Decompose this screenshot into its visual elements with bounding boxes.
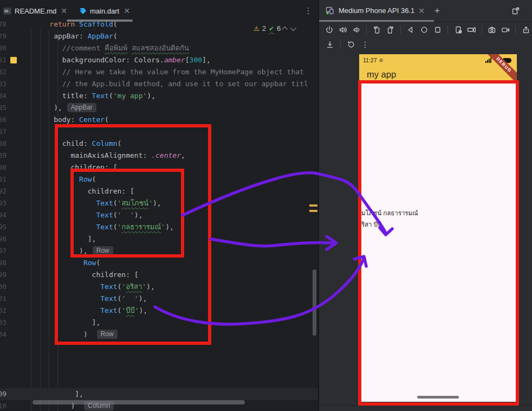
screenshot-button[interactable] (486, 24, 498, 36)
rotate-right-button[interactable] (384, 24, 397, 36)
line-number[interactable]: 98 (0, 257, 7, 269)
dart-file-icon (79, 7, 87, 15)
home-button[interactable] (418, 24, 431, 36)
volume-up-button[interactable] (337, 24, 349, 36)
line-number[interactable]: 82 (0, 66, 7, 78)
line-number[interactable]: 103 (0, 317, 7, 329)
line-number[interactable]: 79 (0, 30, 7, 42)
overview-button[interactable] (431, 24, 444, 36)
line-number[interactable]: 95 (0, 221, 7, 233)
code-token: Text (92, 92, 109, 100)
line-number[interactable]: 101 (0, 293, 7, 305)
volume-down-button[interactable] (351, 24, 363, 36)
ide-window: 78 return Scaffold(79 appBar: AppBar(80 … (0, 0, 532, 411)
line-number[interactable]: 88 (0, 138, 7, 150)
line-number[interactable]: 110 (0, 400, 7, 411)
code-line[interactable]: 80 //comment คือพิมพ์ สแลชสองอันติดกัน (0, 42, 318, 54)
code-token: backgroundColor: Colors. (62, 56, 164, 64)
vertical-scrollbar[interactable] (313, 269, 316, 336)
line-number[interactable]: 99 (0, 269, 7, 281)
line-number[interactable]: 109 (0, 388, 7, 400)
add-device-tab-icon[interactable]: + (429, 5, 445, 16)
warning-count: 2 (262, 24, 266, 33)
code-line[interactable]: 85 ),AppBar (0, 102, 318, 114)
line-number[interactable]: 96 (0, 233, 7, 245)
device-settings-button[interactable] (452, 24, 464, 36)
code-token: สแลชสองอันติดกัน (132, 44, 189, 52)
open-in-window-icon[interactable] (511, 7, 520, 15)
code-token: body: (54, 115, 79, 124)
ok-count: 6 (277, 24, 281, 33)
back-icon (406, 25, 415, 34)
close-icon[interactable]: ✕ (124, 7, 130, 15)
power-button[interactable] (323, 24, 336, 36)
tab-options-kebab-icon[interactable]: ⋮ (302, 4, 314, 17)
code-token (127, 44, 132, 52)
code-token: 'my app' (113, 92, 147, 100)
annotation-rect-emulator-body (358, 80, 519, 406)
color-preview-swatch[interactable] (10, 57, 17, 63)
line-number[interactable]: 100 (0, 281, 7, 293)
inspections-widget[interactable]: ⚠ 2 ✔ 6 (254, 24, 295, 33)
share-button[interactable] (520, 24, 532, 36)
line-number[interactable]: 97 (0, 245, 7, 257)
line-number[interactable]: 83 (0, 78, 7, 90)
line-number[interactable]: 86 (0, 114, 7, 126)
back-button[interactable] (405, 24, 417, 36)
warning-icon: ⚠ (254, 25, 259, 33)
code-token: ), (147, 92, 155, 100)
active-device-tab-underline (319, 20, 434, 22)
close-icon[interactable]: ✕ (418, 7, 425, 15)
markdown-file-icon: M↓ (3, 8, 11, 15)
line-number[interactable]: 91 (0, 174, 7, 185)
screen-record-button[interactable] (499, 24, 511, 36)
file-download-button[interactable] (323, 38, 336, 50)
line-number[interactable]: 89 (0, 150, 7, 162)
line-number[interactable]: 92 (0, 185, 7, 197)
screen-record-icon (501, 25, 510, 34)
line-number[interactable]: 94 (0, 209, 7, 221)
snapshot-restore-icon (347, 40, 355, 49)
code-line[interactable]: 82 // Here we take the value from the My… (0, 66, 318, 78)
line-number[interactable]: 90 (0, 162, 7, 174)
line-number[interactable]: 85 (0, 102, 7, 114)
horizontal-scrollbar[interactable] (33, 400, 245, 404)
volume-down-icon (352, 25, 361, 34)
line-number[interactable]: 78 (0, 22, 7, 30)
code-token: ( (113, 32, 118, 40)
code-line[interactable]: 81 backgroundColor: Colors.amber[300], (0, 54, 318, 66)
line-number[interactable]: 102 (0, 305, 7, 317)
snapshot-restore-button[interactable] (345, 38, 358, 50)
rotate-left-button[interactable] (371, 24, 383, 36)
code-line[interactable]: 84 title: Text('my app'), (0, 90, 318, 102)
toolbar-divider (447, 25, 448, 34)
code-token: Center (79, 115, 105, 124)
file-download-icon (326, 40, 334, 49)
toolbar-divider (366, 25, 367, 34)
editor-tab-bar: M↓ README.md ✕ main.dart ✕ ⋮ (0, 0, 318, 22)
tab-main-dart[interactable]: main.dart ✕ (76, 0, 135, 22)
device-tab[interactable]: Medium Phone API 36.1 ✕ (319, 0, 429, 22)
toolbar-divider (482, 25, 482, 34)
line-number[interactable]: 80 (0, 42, 7, 54)
line-number[interactable]: 93 (0, 197, 7, 209)
virtual-input-button[interactable] (465, 24, 478, 36)
line-number[interactable]: 81 (0, 54, 7, 66)
panel-options-kebab-icon[interactable]: ⋮ (528, 6, 531, 16)
code-line[interactable]: 83 // the App.build method, and use it t… (0, 78, 318, 90)
virtual-input-icon (467, 25, 476, 34)
prev-problem-icon[interactable] (282, 26, 288, 32)
rotate-right-icon (386, 25, 394, 34)
more-actions-kebab-icon[interactable]: ⋮ (359, 40, 372, 49)
close-icon[interactable]: ✕ (61, 7, 67, 15)
line-number[interactable]: 84 (0, 90, 7, 102)
code-token: amber (164, 56, 185, 64)
line-number[interactable]: 87 (0, 126, 7, 138)
device-tab-title: Medium Phone API 36.1 (339, 7, 414, 15)
code-line[interactable]: 109 ], (0, 388, 318, 400)
volume-up-icon (339, 25, 347, 34)
code-token: [ (185, 56, 190, 64)
code-token: คือพิมพ์ (105, 44, 127, 52)
tab-readme[interactable]: M↓ README.md ✕ (0, 0, 73, 22)
line-number[interactable]: 104 (0, 329, 7, 341)
